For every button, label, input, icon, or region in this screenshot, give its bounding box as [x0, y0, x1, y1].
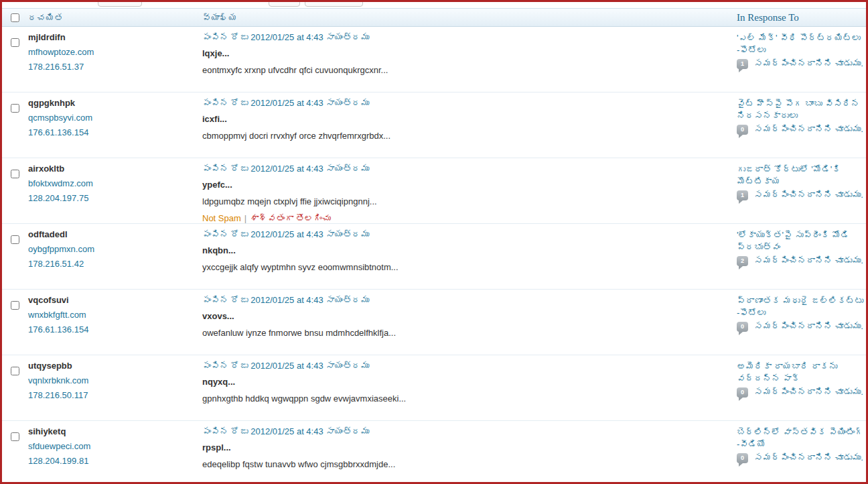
post-title-link[interactable]: అమెరికా రాయబారి రాకను వద్దన్న పాక్	[737, 361, 866, 385]
author-name: mjldrdifn	[28, 32, 202, 43]
comment-count-bubble[interactable]: 0	[737, 322, 748, 332]
select-row-checkbox[interactable]	[11, 38, 19, 47]
author-url-link[interactable]: vqnlxrbknk.com	[28, 375, 202, 386]
comment-excerpt-title: lqxje...	[202, 48, 737, 59]
in-response-to-cell: వైట్ హౌస్‌పై పొగ బాంబు విసిరిన నిరసనకారు…	[737, 93, 866, 158]
comment-count-bubble[interactable]: 1	[737, 59, 748, 69]
comment-excerpt-title: vxovs...	[202, 311, 737, 322]
comment-row: odftadedl oybgfppmxn.com 178.216.51.42 ప…	[2, 224, 866, 290]
row-checkbox-cell	[2, 355, 28, 420]
comment-excerpt-title: nkqbn...	[202, 245, 737, 256]
author-cell: sihiyketq sfduewpeci.com 128.204.199.81	[28, 421, 202, 484]
author-cell: airxokltb bfoktxwdmz.com 128.204.197.75	[28, 158, 202, 223]
comment-cell: పంపిన రోజు 2012/01/25 at 4:43 సాయంత్రము …	[202, 224, 737, 289]
author-name: airxokltb	[28, 164, 202, 174]
author-cell: utqysepbb vqnlxrbknk.com 178.216.50.117	[28, 355, 202, 420]
comment-row: airxokltb bfoktxwdmz.com 128.204.197.75 …	[2, 158, 866, 224]
select-row-checkbox[interactable]	[11, 301, 19, 310]
author-url-link[interactable]: qcmspbsyvi.com	[28, 113, 202, 123]
post-title-link[interactable]: 'లోకాయుక్త'పై సుప్రీంకి మోడి ప్రభుత్వం	[737, 229, 866, 253]
comment-row: utqysepbb vqnlxrbknk.com 178.216.50.117 …	[2, 355, 866, 421]
post-title-link[interactable]: గుజరాత్ కోర్టులో 'మోడి'కి మొట్టికాయ	[737, 164, 866, 188]
author-ip-link[interactable]: 176.61.136.154	[28, 127, 202, 138]
comment-excerpt: yxccgejjk alqfy wyptmhn syvz eoomwmnsibt…	[202, 262, 737, 273]
view-post-link[interactable]: సమర్పించినదానిని చూడుము.	[754, 124, 863, 134]
bulk-actions-button-cutoff[interactable]	[98, 0, 142, 7]
select-row-checkbox[interactable]	[11, 432, 19, 441]
author-ip-link[interactable]: 178.216.51.42	[28, 259, 202, 269]
author-ip-link[interactable]: 128.204.197.75	[28, 193, 202, 204]
apply-button-cutoff[interactable]	[269, 0, 300, 7]
row-checkbox-cell	[2, 93, 28, 158]
comment-cell: పంపిన రోజు 2012/01/25 at 4:43 సాయంత్రము …	[202, 93, 737, 158]
response-meta: 2 సమర్పించినదానిని చూడుము.	[737, 255, 866, 266]
comment-cell: పంపిన రోజు 2012/01/25 at 4:43 సాయంత్రము …	[202, 158, 737, 223]
author-url-link[interactable]: sfduewpeci.com	[28, 441, 202, 452]
author-ip-link[interactable]: 178.216.50.117	[28, 390, 202, 401]
comment-cell: పంపిన రోజు 2012/01/25 at 4:43 సాయంత్రము …	[202, 27, 737, 92]
view-post-link[interactable]: సమర్పించినదానిని చూడుము.	[754, 190, 863, 200]
comment-count-bubble[interactable]: 0	[737, 125, 748, 135]
select-all-checkbox[interactable]	[11, 13, 19, 22]
column-header-author[interactable]: రచయిత	[28, 13, 202, 23]
post-title-link[interactable]: బెర్లిన్‌లో వాస్తవిక పెయింటింగ్ -వీడియో	[737, 426, 866, 450]
filter-button-cutoff[interactable]	[305, 0, 363, 7]
post-title-link[interactable]: 'ఎల్ మేక్' వీధి పొర్ట్రయిట్లు -ఫొటోలు	[737, 32, 866, 56]
not-spam-link[interactable]: Not Spam	[202, 213, 241, 223]
author-ip-link[interactable]: 178.216.51.37	[28, 62, 202, 72]
author-url-link[interactable]: mfhowptoze.com	[28, 47, 202, 58]
submitted-date-link[interactable]: పంపిన రోజు 2012/01/25 at 4:43 సాయంత్రము	[202, 164, 737, 174]
view-post-link[interactable]: సమర్పించినదానిని చూడుము.	[754, 58, 863, 68]
author-url-link[interactable]: wnxbkfgftt.com	[28, 310, 202, 320]
submitted-date-link[interactable]: పంపిన రోజు 2012/01/25 at 4:43 సాయంత్రము	[202, 295, 737, 306]
comment-count-bubble[interactable]: 0	[737, 453, 748, 463]
row-actions: Not Spam|శాశ్వతంగా తొలగించు	[202, 213, 737, 224]
in-response-to-cell: గుజరాత్ కోర్టులో 'మోడి'కి మొట్టికాయ 1 సమ…	[737, 158, 866, 223]
in-response-to-cell: బెర్లిన్‌లో వాస్తవిక పెయింటింగ్ -వీడియో …	[737, 421, 866, 484]
comment-excerpt: eontmxyfc xrxnp ufvcdhr qfci cuvuonqukrg…	[202, 65, 737, 76]
comment-excerpt-title: ypefc...	[202, 180, 737, 190]
post-title-link[interactable]: వైట్ హౌస్‌పై పొగ బాంబు విసిరిన నిరసనకారు…	[737, 98, 866, 122]
author-ip-link[interactable]: 128.204.199.81	[28, 456, 202, 467]
submitted-date-link[interactable]: పంపిన రోజు 2012/01/25 at 4:43 సాయంత్రము	[202, 361, 737, 371]
post-title-link[interactable]: ప్రాణాంతక మధురై జల్లికట్టు -ఫొటోలు	[737, 295, 866, 319]
select-row-checkbox[interactable]	[11, 235, 19, 244]
row-checkbox-cell	[2, 224, 28, 289]
select-row-checkbox[interactable]	[11, 170, 19, 178]
view-post-link[interactable]: సమర్పించినదానిని చూడుము.	[754, 255, 863, 265]
in-response-to-cell: అమెరికా రాయబారి రాకను వద్దన్న పాక్ 0 సమర…	[737, 355, 866, 420]
submitted-date-link[interactable]: పంపిన రోజు 2012/01/25 at 4:43 సాయంత్రము	[202, 229, 737, 240]
top-toolbar-cutoff	[2, 2, 866, 8]
view-post-link[interactable]: సమర్పించినదానిని చూడుము.	[754, 387, 863, 397]
comment-row: vqcofsuvi wnxbkfgftt.com 176.61.136.154 …	[2, 290, 866, 355]
submitted-date-link[interactable]: పంపిన రోజు 2012/01/25 at 4:43 సాయంత్రము	[202, 426, 737, 437]
row-checkbox-cell	[2, 158, 28, 223]
comment-excerpt-title: nqyxq...	[202, 377, 737, 387]
column-header-in-response-to: In Response To	[737, 12, 866, 23]
select-row-checkbox[interactable]	[11, 104, 19, 113]
author-cell: odftadedl oybgfppmxn.com 178.216.51.42	[28, 224, 202, 289]
row-checkbox-cell	[2, 27, 28, 92]
view-post-link[interactable]: సమర్పించినదానిని చూడుము.	[754, 452, 863, 463]
author-ip-link[interactable]: 176.61.136.154	[28, 324, 202, 335]
comment-count-bubble[interactable]: 2	[737, 256, 748, 266]
comment-count-bubble[interactable]: 0	[737, 387, 748, 398]
comment-cell: పంపిన రోజు 2012/01/25 at 4:43 సాయంత్రము …	[202, 421, 737, 484]
comment-count-bubble[interactable]: 1	[737, 190, 748, 200]
actions-separator: |	[244, 213, 246, 223]
response-meta: 0 సమర్పించినదానిని చూడుము.	[737, 124, 866, 135]
comment-excerpt: cbmoppmvj docri rrvxhyf orce zhvqrfemrxg…	[202, 131, 737, 141]
response-meta: 0 సమర్పించినదానిని చూడుము.	[737, 452, 866, 463]
author-cell: qgpgknhpk qcmspbsyvi.com 176.61.136.154	[28, 93, 202, 158]
column-header-comment[interactable]: వ్యాఖ్య	[202, 13, 737, 23]
submitted-date-link[interactable]: పంపిన రోజు 2012/01/25 at 4:43 సాయంత్రము	[202, 98, 737, 109]
view-post-link[interactable]: సమర్పించినదానిని చూడుము.	[754, 321, 863, 331]
select-row-checkbox[interactable]	[11, 367, 19, 375]
submitted-date-link[interactable]: పంపిన రోజు 2012/01/25 at 4:43 సాయంత్రము	[202, 32, 737, 43]
author-url-link[interactable]: oybgfppmxn.com	[28, 244, 202, 255]
delete-permanently-link[interactable]: శాశ్వతంగా తొలగించు	[250, 213, 331, 223]
author-url-link[interactable]: bfoktxwdmz.com	[28, 178, 202, 189]
row-checkbox-cell	[2, 421, 28, 484]
response-meta: 0 సమర్పించినదానిని చూడుము.	[737, 387, 866, 398]
select-all-cell	[2, 13, 28, 22]
